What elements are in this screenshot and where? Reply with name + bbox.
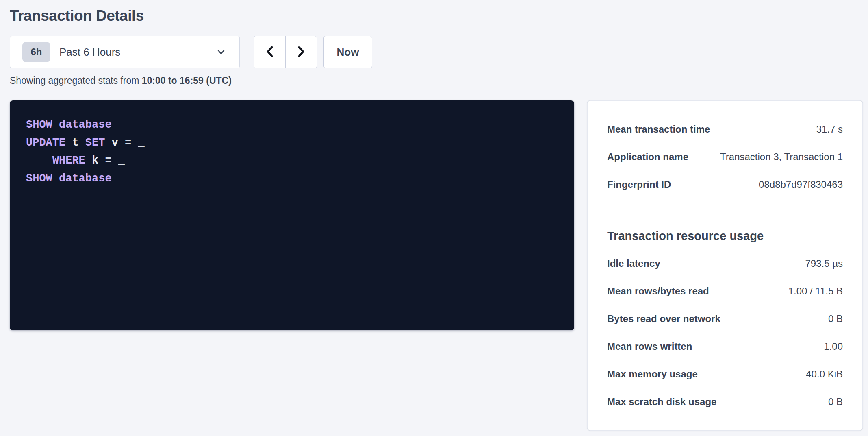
prev-range-button[interactable] [254, 36, 285, 68]
stat-label: Bytes read over network [607, 313, 729, 325]
now-button[interactable]: Now [323, 36, 372, 68]
next-range-button[interactable] [285, 36, 317, 68]
time-range-stepper [254, 36, 317, 68]
chevron-left-icon [263, 44, 276, 60]
time-range-label: Past 6 Hours [59, 46, 120, 59]
stat-value: 1.00 / 11.5 B [788, 286, 843, 297]
stat-label: Max memory usage [607, 368, 706, 380]
sql-token: UPDATE [26, 137, 65, 149]
stat-value: 40.0 KiB [806, 368, 843, 380]
sql-token: SHOW [26, 172, 52, 185]
sql-token [26, 155, 52, 167]
stat-label: Mean rows/bytes read [607, 286, 717, 297]
time-range-dropdown[interactable]: 6h Past 6 Hours [10, 36, 240, 68]
page-title: Transaction Details [10, 7, 868, 25]
stat-row: Mean transaction time31.7 s [607, 116, 843, 143]
sql-token: WHERE [52, 155, 85, 167]
sql-line: UPDATE t SET v = _ [26, 134, 558, 152]
time-range-badge: 6h [22, 42, 50, 62]
sql-token: k [85, 155, 105, 167]
sql-token: v [105, 137, 125, 149]
sql-line: SHOW database [26, 116, 558, 134]
sql-token: SHOW [26, 119, 52, 131]
sql-token: = _ [105, 155, 125, 167]
stat-row: Bytes read over network0 B [607, 305, 843, 333]
aggregated-stats-caption: Showing aggregated stats from 10:00 to 1… [10, 75, 868, 86]
stat-value: 793.5 µs [805, 258, 843, 269]
sql-token [52, 119, 59, 131]
sql-token: database [59, 172, 112, 185]
sql-token: t [65, 137, 85, 149]
stat-label: Mean transaction time [607, 124, 718, 135]
stat-value: 0 B [828, 396, 843, 408]
sql-line: SHOW database [26, 170, 558, 187]
sql-line: WHERE k = _ [26, 152, 558, 170]
sql-statements-box: SHOW databaseUPDATE t SET v = _ WHERE k … [10, 100, 574, 330]
sql-token: SET [85, 137, 105, 149]
stat-row: Max memory usage40.0 KiB [607, 360, 843, 388]
caption-prefix: Showing aggregated stats from [10, 75, 142, 86]
stat-row: Max scratch disk usage0 B [607, 388, 843, 416]
stat-row: Mean rows/bytes read1.00 / 11.5 B [607, 277, 843, 305]
panel-divider [607, 210, 843, 210]
summary-rows: Mean transaction time31.7 sApplication n… [607, 116, 843, 198]
stat-label: Mean rows written [607, 341, 700, 352]
stat-value: 31.7 s [816, 124, 843, 135]
stat-value: 08d8b7d97f830463 [759, 179, 843, 190]
stat-label: Application name [607, 151, 697, 163]
chevron-down-icon [215, 46, 227, 58]
main-content: SHOW databaseUPDATE t SET v = _ WHERE k … [10, 100, 868, 431]
summary-panel: Mean transaction time31.7 sApplication n… [587, 100, 863, 431]
stat-row: Application nameTransaction 3, Transacti… [607, 143, 843, 171]
transaction-details-page: Transaction Details 6h Past 6 Hours [0, 0, 868, 431]
sql-token [52, 172, 59, 185]
stat-row: Mean rows written1.00 [607, 333, 843, 360]
stat-value: 1.00 [824, 341, 843, 352]
sql-token: database [59, 119, 112, 131]
sql-token: = _ [125, 137, 145, 149]
time-controls: 6h Past 6 Hours [10, 36, 868, 68]
stat-label: Max scratch disk usage [607, 396, 725, 408]
stat-value: Transaction 3, Transaction 1 [720, 151, 843, 163]
stat-value: 0 B [828, 313, 843, 325]
stat-row: Idle latency793.5 µs [607, 250, 843, 277]
chevron-right-icon [295, 44, 308, 60]
resource-rows: Idle latency793.5 µsMean rows/bytes read… [607, 250, 843, 416]
stat-label: Fingerprint ID [607, 179, 679, 190]
caption-range: 10:00 to 16:59 (UTC) [142, 75, 232, 86]
resource-usage-heading: Transaction resource usage [607, 228, 843, 244]
stat-label: Idle latency [607, 258, 668, 269]
stat-row: Fingerprint ID08d8b7d97f830463 [607, 171, 843, 198]
